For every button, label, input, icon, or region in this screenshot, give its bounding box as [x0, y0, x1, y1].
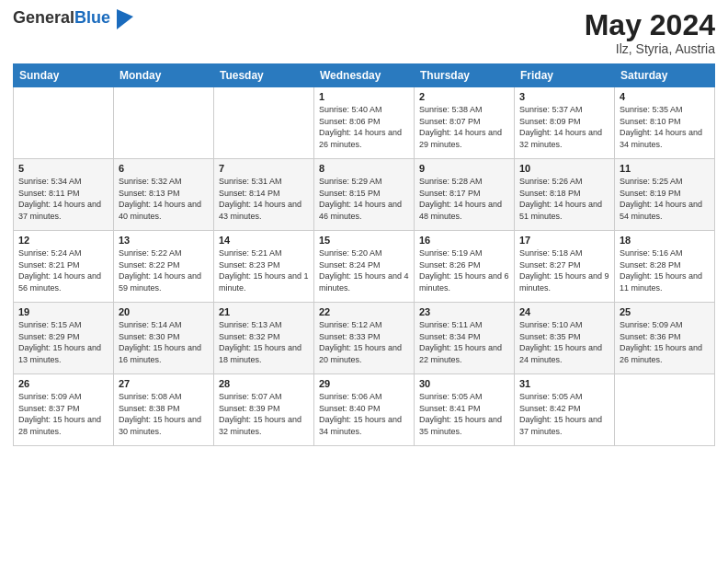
day-info: Sunrise: 5:05 AMSunset: 8:41 PMDaylight:…	[419, 391, 509, 437]
table-row: 18Sunrise: 5:16 AMSunset: 8:28 PMDayligh…	[615, 231, 715, 303]
day-info: Sunrise: 5:08 AMSunset: 8:38 PMDaylight:…	[119, 391, 209, 437]
day-number: 27	[119, 378, 209, 389]
day-number: 20	[119, 306, 209, 317]
logo-blue-text: Blue	[74, 8, 110, 27]
day-info: Sunrise: 5:18 AMSunset: 8:27 PMDaylight:…	[519, 247, 609, 293]
table-row: 5Sunrise: 5:34 AMSunset: 8:11 PMDaylight…	[14, 159, 114, 231]
day-number: 6	[119, 163, 209, 174]
table-row: 21Sunrise: 5:13 AMSunset: 8:32 PMDayligh…	[214, 303, 314, 374]
table-row	[214, 87, 314, 159]
month-year: May 2024	[585, 9, 715, 41]
day-info: Sunrise: 5:31 AMSunset: 8:14 PMDaylight:…	[219, 176, 309, 222]
day-info: Sunrise: 5:16 AMSunset: 8:28 PMDaylight:…	[620, 247, 710, 293]
calendar-week-row: 1Sunrise: 5:40 AMSunset: 8:06 PMDaylight…	[14, 87, 715, 159]
table-row: 20Sunrise: 5:14 AMSunset: 8:30 PMDayligh…	[114, 303, 214, 374]
day-number: 26	[18, 378, 108, 389]
day-number: 7	[219, 163, 309, 174]
day-number: 5	[18, 163, 108, 174]
table-row: 22Sunrise: 5:12 AMSunset: 8:33 PMDayligh…	[314, 303, 415, 374]
logo-general-text: General	[13, 8, 74, 27]
day-number: 4	[620, 91, 710, 102]
day-info: Sunrise: 5:20 AMSunset: 8:24 PMDaylight:…	[319, 247, 409, 293]
table-row: 19Sunrise: 5:15 AMSunset: 8:29 PMDayligh…	[14, 303, 114, 374]
day-number: 18	[620, 235, 710, 246]
table-row: 1Sunrise: 5:40 AMSunset: 8:06 PMDaylight…	[314, 87, 415, 159]
weekday-header-row: Sunday Monday Tuesday Wednesday Thursday…	[14, 64, 715, 87]
header-wednesday: Wednesday	[314, 64, 415, 87]
day-info: Sunrise: 5:22 AMSunset: 8:22 PMDaylight:…	[119, 247, 209, 293]
table-row: 14Sunrise: 5:21 AMSunset: 8:23 PMDayligh…	[214, 231, 314, 303]
day-number: 30	[419, 378, 509, 389]
day-info: Sunrise: 5:19 AMSunset: 8:26 PMDaylight:…	[419, 247, 509, 293]
table-row: 7Sunrise: 5:31 AMSunset: 8:14 PMDaylight…	[214, 159, 314, 231]
day-info: Sunrise: 5:28 AMSunset: 8:17 PMDaylight:…	[419, 176, 509, 222]
calendar-week-row: 12Sunrise: 5:24 AMSunset: 8:21 PMDayligh…	[14, 231, 715, 303]
day-number: 9	[419, 163, 509, 174]
day-number: 11	[620, 163, 710, 174]
day-number: 13	[119, 235, 209, 246]
table-row: 30Sunrise: 5:05 AMSunset: 8:41 PMDayligh…	[415, 374, 515, 446]
day-number: 22	[319, 306, 409, 317]
logo: GeneralBlue	[13, 9, 133, 29]
day-info: Sunrise: 5:37 AMSunset: 8:09 PMDaylight:…	[519, 104, 609, 150]
svg-marker-0	[117, 9, 133, 29]
table-row: 15Sunrise: 5:20 AMSunset: 8:24 PMDayligh…	[314, 231, 415, 303]
table-row: 28Sunrise: 5:07 AMSunset: 8:39 PMDayligh…	[214, 374, 314, 446]
table-row	[615, 374, 715, 446]
day-info: Sunrise: 5:32 AMSunset: 8:13 PMDaylight:…	[119, 176, 209, 222]
calendar-page: GeneralBlue May 2024 Ilz, Styria, Austri…	[0, 0, 728, 563]
day-info: Sunrise: 5:35 AMSunset: 8:10 PMDaylight:…	[620, 104, 710, 150]
table-row: 26Sunrise: 5:09 AMSunset: 8:37 PMDayligh…	[14, 374, 114, 446]
day-info: Sunrise: 5:14 AMSunset: 8:30 PMDaylight:…	[119, 319, 209, 365]
day-number: 3	[519, 91, 609, 102]
table-row: 24Sunrise: 5:10 AMSunset: 8:35 PMDayligh…	[515, 303, 615, 374]
table-row: 27Sunrise: 5:08 AMSunset: 8:38 PMDayligh…	[114, 374, 214, 446]
day-info: Sunrise: 5:12 AMSunset: 8:33 PMDaylight:…	[319, 319, 409, 365]
day-info: Sunrise: 5:09 AMSunset: 8:36 PMDaylight:…	[620, 319, 710, 365]
day-info: Sunrise: 5:13 AMSunset: 8:32 PMDaylight:…	[219, 319, 309, 365]
table-row: 10Sunrise: 5:26 AMSunset: 8:18 PMDayligh…	[515, 159, 615, 231]
day-info: Sunrise: 5:11 AMSunset: 8:34 PMDaylight:…	[419, 319, 509, 365]
day-number: 23	[419, 306, 509, 317]
table-row	[14, 87, 114, 159]
day-number: 31	[519, 378, 609, 389]
day-info: Sunrise: 5:25 AMSunset: 8:19 PMDaylight:…	[620, 176, 710, 222]
header: GeneralBlue May 2024 Ilz, Styria, Austri…	[13, 9, 715, 56]
calendar-week-row: 26Sunrise: 5:09 AMSunset: 8:37 PMDayligh…	[14, 374, 715, 446]
header-tuesday: Tuesday	[214, 64, 314, 87]
table-row: 23Sunrise: 5:11 AMSunset: 8:34 PMDayligh…	[415, 303, 515, 374]
table-row: 4Sunrise: 5:35 AMSunset: 8:10 PMDaylight…	[615, 87, 715, 159]
day-info: Sunrise: 5:29 AMSunset: 8:15 PMDaylight:…	[319, 176, 409, 222]
day-info: Sunrise: 5:15 AMSunset: 8:29 PMDaylight:…	[18, 319, 108, 365]
location: Ilz, Styria, Austria	[585, 41, 715, 56]
table-row: 31Sunrise: 5:05 AMSunset: 8:42 PMDayligh…	[515, 374, 615, 446]
day-number: 29	[319, 378, 409, 389]
day-number: 2	[419, 91, 509, 102]
table-row: 29Sunrise: 5:06 AMSunset: 8:40 PMDayligh…	[314, 374, 415, 446]
title-block: May 2024 Ilz, Styria, Austria	[585, 9, 715, 56]
table-row	[114, 87, 214, 159]
day-number: 8	[319, 163, 409, 174]
calendar-week-row: 19Sunrise: 5:15 AMSunset: 8:29 PMDayligh…	[14, 303, 715, 374]
logo-icon	[117, 9, 133, 29]
day-info: Sunrise: 5:05 AMSunset: 8:42 PMDaylight:…	[519, 391, 609, 437]
header-saturday: Saturday	[615, 64, 715, 87]
day-number: 21	[219, 306, 309, 317]
day-number: 15	[319, 235, 409, 246]
day-info: Sunrise: 5:38 AMSunset: 8:07 PMDaylight:…	[419, 104, 509, 150]
day-info: Sunrise: 5:21 AMSunset: 8:23 PMDaylight:…	[219, 247, 309, 293]
calendar-table: Sunday Monday Tuesday Wednesday Thursday…	[13, 63, 715, 446]
table-row: 17Sunrise: 5:18 AMSunset: 8:27 PMDayligh…	[515, 231, 615, 303]
table-row: 3Sunrise: 5:37 AMSunset: 8:09 PMDaylight…	[515, 87, 615, 159]
calendar-week-row: 5Sunrise: 5:34 AMSunset: 8:11 PMDaylight…	[14, 159, 715, 231]
table-row: 16Sunrise: 5:19 AMSunset: 8:26 PMDayligh…	[415, 231, 515, 303]
header-thursday: Thursday	[415, 64, 515, 87]
day-info: Sunrise: 5:10 AMSunset: 8:35 PMDaylight:…	[519, 319, 609, 365]
table-row: 12Sunrise: 5:24 AMSunset: 8:21 PMDayligh…	[14, 231, 114, 303]
table-row: 11Sunrise: 5:25 AMSunset: 8:19 PMDayligh…	[615, 159, 715, 231]
header-monday: Monday	[114, 64, 214, 87]
table-row: 2Sunrise: 5:38 AMSunset: 8:07 PMDaylight…	[415, 87, 515, 159]
day-info: Sunrise: 5:07 AMSunset: 8:39 PMDaylight:…	[219, 391, 309, 437]
table-row: 6Sunrise: 5:32 AMSunset: 8:13 PMDaylight…	[114, 159, 214, 231]
day-number: 1	[319, 91, 409, 102]
